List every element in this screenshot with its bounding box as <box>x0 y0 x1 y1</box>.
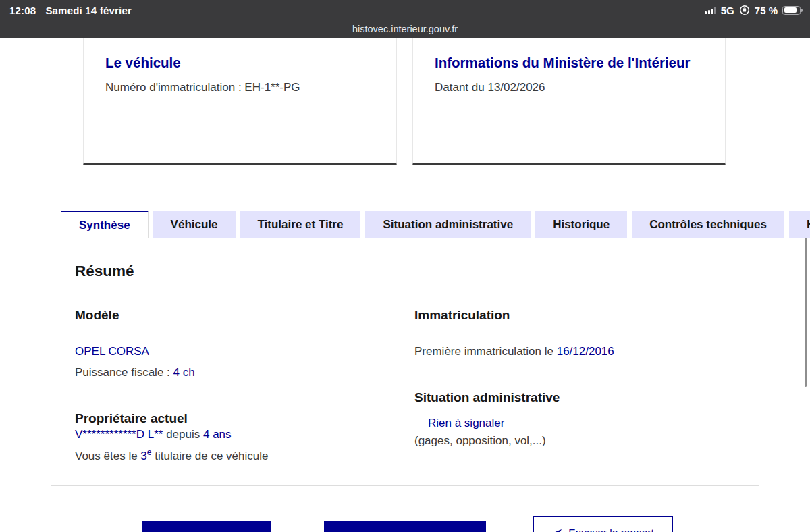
vehicle-card: Le véhicule Numéro d'immatriculation : E… <box>83 38 397 165</box>
ministry-card: Informations du Ministère de l'Intérieur… <box>412 38 726 165</box>
situation-status: Rien à signaler <box>414 415 732 432</box>
ministry-card-body: Datant du 13/02/2026 <box>435 79 703 97</box>
download-report-button[interactable]: Télécharger le rapport <box>324 521 486 532</box>
situation-heading: Situation administrative <box>414 390 732 405</box>
tab-strip: Synthèse Véhicule Titulaire et Titre Sit… <box>61 211 810 238</box>
send-icon <box>552 528 562 532</box>
tab-controles-techniques[interactable]: Contrôles techniques <box>632 211 784 238</box>
ministry-card-title: Informations du Ministère de l'Intérieur <box>435 53 703 73</box>
model-value: OPEL CORSA <box>75 343 392 361</box>
cellular-signal-icon <box>705 7 716 14</box>
battery-icon <box>782 6 801 15</box>
tab-synthese[interactable]: Synthèse <box>61 211 148 238</box>
vertical-scrollbar[interactable] <box>805 214 807 387</box>
owner-since-label: depuis <box>163 428 203 441</box>
fiscal-power-label: Puissance fiscale : <box>75 366 173 379</box>
panel-title: Résumé <box>75 263 134 280</box>
tab-historique[interactable]: Historique <box>535 211 627 238</box>
holder-prefix: Vous êtes le <box>75 450 140 462</box>
rotation-lock-icon <box>739 5 750 16</box>
synthese-panel: Résumé Modèle OPEL CORSA Puissance fisca… <box>51 238 759 486</box>
situation-note: (gages, opposition, vol,...) <box>414 432 732 450</box>
tab-vehicule[interactable]: Véhicule <box>153 211 236 238</box>
print-csa-button[interactable]: Imprimer le CSA <box>142 521 271 532</box>
battery-percent-label: 75 % <box>755 5 778 16</box>
owner-masked-name: V************D L** <box>75 428 163 441</box>
clock-text: 12:08 <box>9 5 36 16</box>
tab-kilometrage[interactable]: Kilométrage <box>789 211 810 238</box>
panel-left-column: Modèle OPEL CORSA Puissance fiscale : 4 … <box>75 308 392 465</box>
fiscal-power-line: Puissance fiscale : 4 ch <box>75 364 392 381</box>
network-type-label: 5G <box>721 5 734 16</box>
vehicle-card-body: Numéro d'immatriculation : EH-1**-PG <box>105 79 375 97</box>
registration-heading: Immatriculation <box>414 308 732 323</box>
tab-situation-administrative[interactable]: Situation administrative <box>365 211 531 238</box>
holder-ordinal-sup: e <box>147 448 152 457</box>
registration-label: Première immatriculation le <box>414 345 557 358</box>
owner-heading: Propriétaire actuel <box>75 411 392 426</box>
owner-since-value: 4 ans <box>203 428 232 441</box>
url-bar[interactable]: histovec.interieur.gouv.fr <box>0 20 810 38</box>
owner-line: V************D L** depuis 4 ans <box>75 426 392 444</box>
registration-line: Première immatriculation le 16/12/2016 <box>414 343 732 361</box>
holder-line: Vous êtes le 3e titulaire de ce véhicule <box>75 444 392 465</box>
vehicle-card-title: Le véhicule <box>105 53 375 73</box>
model-heading: Modèle <box>75 308 392 323</box>
holder-number: 3 <box>140 450 146 462</box>
status-bar: 12:08 Samedi 14 février 5G 75 % histovec… <box>0 0 810 38</box>
send-report-button[interactable]: Envoyer le rapport <box>533 516 673 532</box>
status-bar-top-row: 12:08 Samedi 14 février 5G 75 % <box>0 0 810 20</box>
panel-right-column: Immatriculation Première immatriculation… <box>414 308 732 450</box>
date-text: Samedi 14 février <box>45 5 132 16</box>
holder-suffix: titulaire de ce véhicule <box>152 450 269 462</box>
url-text[interactable]: histovec.interieur.gouv.fr <box>352 24 458 34</box>
tab-titulaire-et-titre[interactable]: Titulaire et Titre <box>240 211 361 238</box>
fiscal-power-value: 4 ch <box>173 366 195 379</box>
registration-date: 16/12/2016 <box>557 345 614 358</box>
send-report-label: Envoyer le rapport <box>568 527 654 532</box>
